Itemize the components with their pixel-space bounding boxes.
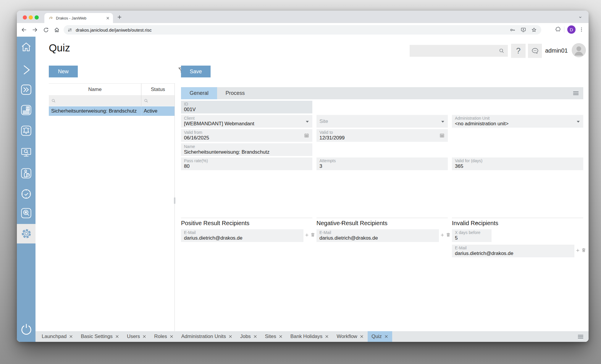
sidebar-item-home[interactable] <box>20 41 32 53</box>
close-icon[interactable] <box>115 334 119 339</box>
browser-window: Drakos - JaniWeb <box>17 11 589 342</box>
bottom-tab-launchpad[interactable]: Launchpad <box>38 331 77 342</box>
name-filter-cell[interactable] <box>49 95 141 106</box>
close-icon[interactable] <box>169 334 174 339</box>
bottom-tab-bank-holidays[interactable]: Bank Holidays <box>287 331 333 342</box>
sidebar-item-settings-active[interactable] <box>17 224 35 243</box>
field-valid-for-days[interactable]: Valid for (days) 365 <box>452 157 583 170</box>
email-value: darius.dietrich@drakos.de <box>455 250 566 256</box>
sidebar-item-processes[interactable] <box>20 84 32 96</box>
bottom-tab-workflow[interactable]: Workflow <box>333 331 368 342</box>
tab-strip-menu-icon[interactable] <box>573 91 579 97</box>
calendar-icon[interactable] <box>439 133 445 138</box>
field-name[interactable]: Name Sicherheitsunterweisung: Brandschut… <box>181 143 312 156</box>
status-filter-cell[interactable] <box>141 95 175 106</box>
sidebar-item-logout[interactable] <box>19 322 33 336</box>
bottom-tab-roles[interactable]: Roles <box>150 331 177 342</box>
macos-zoom-button[interactable] <box>35 15 39 20</box>
tab-list-chevron-icon[interactable] <box>578 15 583 20</box>
browser-tab[interactable]: Drakos - JaniWeb <box>44 13 113 23</box>
site-settings-icon[interactable] <box>67 27 73 33</box>
macos-close-button[interactable] <box>23 15 27 20</box>
browser-toolbar: drakos.janicloud.de/janiweb/outest.risc <box>17 23 589 37</box>
field-valid-to[interactable]: Valid to 12/31/2099 <box>316 129 448 142</box>
close-icon[interactable] <box>142 334 146 339</box>
new-tab-button[interactable] <box>117 15 122 19</box>
sidebar-item-notifications[interactable] <box>20 125 32 137</box>
tab-process[interactable]: Process <box>217 87 253 99</box>
sidebar-item-time[interactable] <box>20 188 32 200</box>
delete-recipient-icon[interactable] <box>310 232 316 238</box>
bottom-tab-label: Roles <box>154 334 167 339</box>
close-icon[interactable] <box>253 334 257 339</box>
global-search-input[interactable] <box>413 48 498 54</box>
column-header-name[interactable]: Name <box>49 84 141 95</box>
user-avatar[interactable] <box>572 43 586 57</box>
field-x-days-before[interactable]: X days before 5 <box>452 229 492 242</box>
field-pass-rate[interactable]: Pass rate(%) 80 <box>181 157 312 170</box>
column-header-status[interactable]: Status <box>141 84 175 95</box>
add-recipient-icon[interactable] <box>440 233 445 237</box>
bottom-tab-administration-units[interactable]: Administration Units <box>177 331 236 342</box>
chevron-down-icon[interactable] <box>306 121 309 123</box>
row-name-cell: Sicherheitsunterweisung: Brandschutz <box>49 106 141 116</box>
delete-recipient-icon[interactable] <box>581 247 587 253</box>
sidebar-item-contacts[interactable] <box>20 104 32 116</box>
back-icon[interactable] <box>20 26 28 34</box>
delete-recipient-icon[interactable] <box>445 232 451 238</box>
browser-menu-kebab-icon[interactable] <box>579 27 584 32</box>
macos-minimize-button[interactable] <box>29 15 33 20</box>
bottom-tab-quiz-active[interactable]: Quiz <box>368 331 392 342</box>
chat-button[interactable] <box>528 44 542 58</box>
calendar-icon[interactable] <box>304 133 309 138</box>
splitter-grip[interactable] <box>174 197 175 204</box>
bottom-tab-sites[interactable]: Sites <box>261 331 287 342</box>
close-icon[interactable] <box>279 334 283 339</box>
sidebar-item-start[interactable] <box>20 64 32 76</box>
add-recipient-icon[interactable] <box>305 233 309 237</box>
x-days-value: 5 <box>455 235 483 241</box>
tab-general[interactable]: General <box>181 87 217 99</box>
sidebar-item-monitor-search[interactable] <box>20 146 32 158</box>
sidebar-item-personnel[interactable] <box>20 167 32 179</box>
sidebar-item-audit-search[interactable] <box>20 207 32 219</box>
new-button[interactable]: New <box>49 66 78 77</box>
close-icon[interactable] <box>360 334 364 339</box>
close-icon[interactable] <box>228 334 232 339</box>
bottom-tab-basic-settings[interactable]: Basic Settings <box>77 331 123 342</box>
form-tab-strip: General Process <box>181 87 583 99</box>
email-value: darius.dietrich@drakos.de <box>184 235 295 241</box>
tab-bar-menu-icon[interactable] <box>578 334 583 340</box>
home-icon[interactable] <box>53 26 61 34</box>
add-recipient-icon[interactable] <box>576 248 580 253</box>
reload-icon[interactable] <box>42 26 50 34</box>
field-administration-unit[interactable]: Administration Unit <no administration u… <box>452 115 583 128</box>
field-attempts[interactable]: Attempts 3 <box>316 157 448 170</box>
field-negative-email[interactable]: E-Mail darius.dietrich@drakos.de <box>316 229 439 242</box>
field-positive-email[interactable]: E-Mail darius.dietrich@drakos.de <box>181 229 303 242</box>
field-client-label: Client <box>184 116 303 121</box>
forward-icon[interactable] <box>31 26 39 34</box>
save-button[interactable]: Save <box>181 66 211 77</box>
password-key-icon[interactable] <box>510 27 516 33</box>
close-icon[interactable] <box>384 334 388 339</box>
url-bar[interactable]: drakos.janicloud.de/janiweb/outest.risc <box>64 25 541 35</box>
help-button[interactable]: ? <box>511 44 526 58</box>
close-icon[interactable] <box>69 334 73 339</box>
browser-profile-badge[interactable]: D <box>567 25 576 34</box>
table-row-selected[interactable]: Sicherheitsunterweisung: Brandschutz Act… <box>49 106 175 116</box>
bottom-tab-jobs[interactable]: Jobs <box>236 331 261 342</box>
tab-close-icon[interactable] <box>106 16 110 20</box>
bookmark-star-icon[interactable] <box>531 27 537 33</box>
extensions-puzzle-icon[interactable] <box>555 26 561 33</box>
install-app-icon[interactable] <box>520 27 526 33</box>
field-invalid-email[interactable]: E-Mail darius.dietrich@drakos.de <box>452 245 574 257</box>
chevron-down-icon[interactable] <box>577 121 580 123</box>
field-valid-from[interactable]: Valid from 06/16/2025 <box>181 129 312 142</box>
field-site[interactable]: Site <box>316 115 448 128</box>
search-icon[interactable] <box>498 48 505 54</box>
bottom-tab-users[interactable]: Users <box>123 331 150 342</box>
field-client[interactable]: Client [WEBMANDANT] Webmandant <box>181 115 312 128</box>
close-icon[interactable] <box>325 334 329 339</box>
chevron-down-icon[interactable] <box>441 121 444 123</box>
